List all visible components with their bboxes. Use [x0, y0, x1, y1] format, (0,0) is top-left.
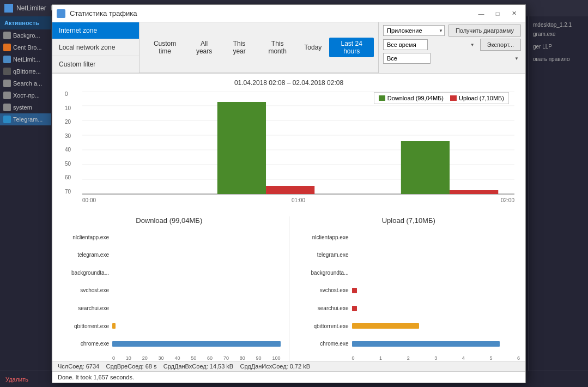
main-content: 01.04.2018 02:08 – 02.04.2018 02:08 7060…	[52, 74, 525, 383]
download-bar-content: nlclientapp.exetelegram.exebackgroundta.…	[58, 229, 281, 353]
x-label-2: 02:00	[371, 197, 514, 203]
filter-dropdown[interactable]: Все Входящие Исходящие	[383, 53, 431, 64]
bar-row-4	[352, 305, 520, 312]
upload-bar-section: Upload (7,10МБ) nlclientapp.exetelegram.…	[298, 216, 520, 361]
chart-date-range: 01.04.2018 02:08 – 02.04.2018 02:08	[63, 79, 514, 87]
close-button[interactable]: ✕	[507, 8, 521, 20]
dialog-title: Статистика трафика	[70, 9, 474, 17]
zone-tab-internet[interactable]: Internet zone	[52, 22, 139, 39]
status-bar: ЧслСоед: 6734 СрдВреСоед: 68 s СрдДанВхС…	[52, 361, 525, 371]
bar-label-4: searchui.exe	[58, 305, 109, 312]
download-bar-section: Download (99,04МБ) nlclientapp.exetelegr…	[58, 216, 281, 361]
content-area: 01.04.2018 02:08 – 02.04.2018 02:08 7060…	[52, 74, 525, 383]
get-chart-button[interactable]: Получить диаграмму	[448, 25, 521, 37]
chart-container: 01.04.2018 02:08 – 02.04.2018 02:08 7060…	[52, 74, 525, 211]
x-labels: 00:0001:0002:00	[82, 196, 514, 203]
y-labels: 706050403020100	[65, 91, 71, 195]
window-outer: NetLimiter DESKTOP-C Активность Backgro.…	[0, 0, 588, 387]
sidebar-icon-6	[3, 104, 11, 111]
sidebar-icon-3	[3, 68, 11, 75]
right-panel: mdesktop_1.2.1gram.exeger LLPовать прави…	[528, 16, 588, 387]
bar-label-5: qbittorrent.exe	[298, 322, 349, 330]
bar-x-label-1: 1	[379, 355, 382, 361]
app-dropdown[interactable]: Приложение Все приложения	[383, 25, 445, 36]
bar-row-4	[112, 305, 281, 312]
bar-x-label-2: 20	[142, 355, 148, 361]
bar-label-1: telegram.exe	[298, 251, 349, 259]
sidebar-label-5: Хост-пр...	[13, 92, 40, 99]
right-panel-item-4	[531, 52, 586, 54]
app-dropdown-wrapper: Приложение Все приложения	[383, 25, 445, 36]
sidebar-item-7[interactable]: Telegram...	[0, 113, 51, 125]
time-dropdown-wrapper: Все время Сегодня Неделя	[383, 39, 477, 50]
bar-x-label-7: 70	[223, 355, 229, 361]
right-controls-panel: Приложение Все приложения Получить диагр…	[378, 22, 525, 73]
done-message: Done. It took 1,657 seconds.	[58, 374, 134, 380]
upload-legend-color	[450, 95, 457, 101]
time-tab-all_years[interactable]: All years	[188, 38, 220, 57]
bar-x-label-0: 0	[352, 355, 355, 361]
zone-tab-custom[interactable]: Custom filter	[52, 56, 139, 73]
bar-fill-5	[112, 323, 116, 329]
sidebar-icon-7	[3, 116, 11, 123]
time-dropdown[interactable]: Все время Сегодня Неделя	[383, 39, 428, 50]
sidebar-icon-2	[3, 56, 11, 63]
bar-fill-5	[352, 323, 419, 329]
sidebar-item-5[interactable]: Хост-пр...	[0, 89, 51, 101]
delete-button[interactable]: Удалить	[5, 376, 28, 383]
upload-bar-area	[352, 229, 520, 353]
zone-tabs: Internet zoneLocal network zoneCustom fi…	[52, 22, 140, 73]
bar-x-label-5: 50	[191, 355, 196, 361]
sidebar-label-2: NetLimit...	[13, 56, 40, 63]
bar-x-label-8: 80	[240, 355, 245, 361]
traffic-dialog: Статистика трафика — □ ✕ Internet zoneLo…	[52, 4, 526, 383]
sidebar-icon-0	[3, 32, 11, 39]
y-label-6: 10	[65, 105, 71, 111]
svg-rect-11	[450, 190, 498, 194]
sidebar-icon-5	[3, 92, 11, 99]
y-label-3: 40	[65, 147, 71, 153]
bar-x-label-4: 4	[462, 355, 465, 361]
time-tab-custom_time[interactable]: Custom time	[144, 38, 186, 57]
export-button[interactable]: Экспорт...	[480, 39, 521, 51]
bar-label-1: telegram.exe	[58, 251, 109, 259]
bar-x-label-6: 60	[207, 355, 213, 361]
sidebar-item-0[interactable]: Backgro...	[0, 29, 51, 41]
chart-legend: Download (99,04МБ) Upload (7,10МБ)	[374, 92, 509, 104]
maximize-button[interactable]: □	[490, 8, 505, 20]
minimize-button[interactable]: —	[474, 8, 488, 20]
sidebar-item-1[interactable]: Cent Bro...	[0, 41, 51, 53]
sidebar-item-2[interactable]: NetLimit...	[0, 53, 51, 65]
y-label-1: 60	[65, 174, 71, 180]
bar-x-label-1: 10	[126, 355, 131, 361]
bar-label-2: backgroundta...	[298, 269, 349, 276]
bar-row-3	[112, 287, 281, 294]
sidebar-label-6: system	[13, 104, 32, 111]
sidebar-label-7: Telegram...	[13, 116, 43, 123]
download-legend-label: Download (99,04МБ)	[387, 95, 444, 101]
time-row: Все время Сегодня Неделя Экспорт...	[383, 39, 521, 51]
right-panel-item-2	[531, 39, 586, 41]
bar-fill-3	[352, 288, 357, 293]
sidebar-item-4[interactable]: Search a...	[0, 77, 51, 89]
bar-label-3: svchost.exe	[58, 287, 109, 294]
sidebar-item-6[interactable]: system	[0, 101, 51, 113]
app-title: NetLimiter	[16, 4, 46, 12]
bar-x-label-0: 0	[112, 355, 115, 361]
y-label-4: 30	[65, 133, 71, 139]
upload-legend: Upload (7,10МБ)	[450, 95, 504, 101]
svg-rect-9	[266, 186, 314, 194]
download-legend: Download (99,04МБ)	[379, 95, 444, 101]
bar-label-4: searchui.exe	[298, 305, 349, 312]
filter-dropdown-wrapper: Все Входящие Исходящие	[383, 53, 521, 64]
sidebar-item-3[interactable]: qBittorre...	[0, 65, 51, 77]
bar-x-label-10: 100	[272, 355, 280, 361]
time-tab-this_month[interactable]: This month	[258, 38, 296, 57]
zone-tab-local[interactable]: Local network zone	[52, 39, 139, 56]
bar-row-1	[352, 251, 520, 259]
time-tab-this_year[interactable]: This year	[222, 38, 256, 57]
bar-row-5	[112, 322, 281, 330]
sidebar-label-4: Search a...	[13, 80, 42, 87]
time-tab-today[interactable]: Today	[299, 38, 327, 57]
time-tab-last24[interactable]: Last 24 hours	[329, 38, 374, 57]
